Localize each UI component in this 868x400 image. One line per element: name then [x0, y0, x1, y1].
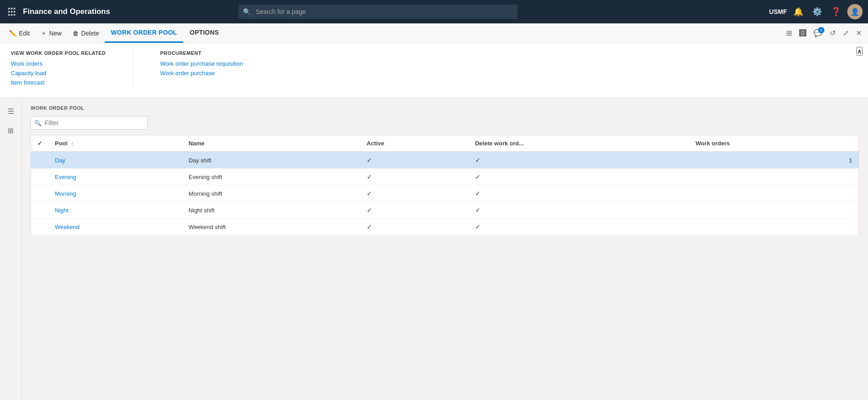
- delete-check: ✓: [475, 223, 481, 230]
- sort-asc-icon: ↑: [71, 141, 74, 146]
- edit-button[interactable]: ✏️ Edit: [4, 23, 35, 43]
- hamburger-icon[interactable]: ☰: [4, 103, 18, 119]
- filter-sidebar-icon[interactable]: ⊞: [4, 123, 17, 139]
- tab-options[interactable]: OPTIONS: [183, 23, 225, 43]
- office-button[interactable]: 🅾: [796, 27, 809, 40]
- search-bar: 🔍: [238, 4, 517, 19]
- dropdown-section2-title: PROCUREMENT: [160, 50, 243, 56]
- collapse-panel-button[interactable]: ∧: [856, 47, 863, 56]
- row-work-orders: [689, 169, 859, 185]
- pool-link: Evening: [55, 174, 76, 180]
- table-row[interactable]: Evening Evening shift ✓ ✓: [31, 169, 859, 185]
- delete-icon: 🗑: [72, 30, 79, 37]
- row-name: Day shift: [182, 152, 360, 169]
- row-checkbox[interactable]: [31, 202, 49, 219]
- col-active[interactable]: Active: [360, 135, 469, 152]
- dropdown-link-item-forecast[interactable]: Item forecast: [11, 79, 106, 86]
- row-checkbox[interactable]: [31, 169, 49, 185]
- section-label: WORK ORDER POOL: [31, 105, 859, 111]
- nav-right: USMF 🔔 ⚙️ ❓ 👤: [769, 4, 863, 19]
- active-check: ✓: [367, 207, 372, 214]
- main-content: ☰ ⊞ WORK ORDER POOL 🔍 ✓ Pool ↑: [0, 98, 868, 400]
- col-pool[interactable]: Pool ↑: [49, 135, 182, 152]
- dropdown-section-2: PROCUREMENT Work order purchase requisit…: [160, 50, 243, 89]
- settings-button[interactable]: ⚙️: [810, 4, 825, 19]
- col-checkbox: ✓: [31, 135, 49, 152]
- open-new-window-button[interactable]: ⤢: [840, 26, 851, 40]
- filter-search-icon: 🔍: [34, 120, 41, 126]
- collapse-btn-wrap: ∧: [856, 47, 863, 56]
- row-active: ✓: [360, 169, 469, 185]
- notification-button[interactable]: 🔔: [791, 4, 806, 19]
- app-title: Finance and Operations: [23, 7, 110, 16]
- messages-button[interactable]: 💬 0: [811, 26, 825, 40]
- delete-button[interactable]: 🗑 Delete: [67, 23, 104, 43]
- help-button[interactable]: ❓: [828, 4, 844, 19]
- table-row[interactable]: Weekend Weekend shift ✓ ✓: [31, 219, 859, 235]
- delete-check: ✓: [475, 157, 481, 164]
- dropdown-panel: VIEW WORK ORDER POOL RELATED Work orders…: [0, 43, 868, 98]
- row-checkbox[interactable]: [31, 185, 49, 202]
- row-work-orders: [689, 202, 859, 219]
- col-work-orders[interactable]: Work orders: [689, 135, 859, 152]
- message-badge: 0: [818, 27, 824, 33]
- pool-link: Day: [55, 157, 65, 164]
- row-work-orders: 1: [689, 152, 859, 169]
- new-button[interactable]: ＋ New: [35, 23, 67, 43]
- dropdown-link-work-orders[interactable]: Work orders: [11, 60, 106, 67]
- table-row[interactable]: Day Day shift ✓ ✓ 1: [31, 152, 859, 169]
- row-checkbox[interactable]: [31, 152, 49, 169]
- dropdown-link-purchase-requisition[interactable]: Work order purchase requisition: [160, 60, 243, 67]
- row-active: ✓: [360, 152, 469, 169]
- row-pool[interactable]: Night: [49, 202, 182, 219]
- company-selector[interactable]: USMF: [769, 8, 787, 15]
- active-check: ✓: [367, 190, 372, 197]
- pool-link: Weekend: [55, 224, 80, 230]
- delete-check: ✓: [475, 207, 481, 214]
- delete-check: ✓: [475, 173, 481, 180]
- search-input[interactable]: [238, 4, 517, 19]
- dropdown-link-capacity-load[interactable]: Capacity load: [11, 70, 106, 76]
- col-name[interactable]: Name: [182, 135, 360, 152]
- pool-link: Morning: [55, 190, 76, 197]
- dropdown-link-purchase[interactable]: Work order purchase: [160, 70, 243, 76]
- tab-work-order-pool[interactable]: WORK ORDER POOL: [105, 23, 184, 43]
- row-delete-work-ord: ✓: [469, 219, 689, 235]
- sidebar-left: ☰ ⊞: [0, 98, 22, 400]
- table-row[interactable]: Night Night shift ✓ ✓: [31, 202, 859, 219]
- row-pool[interactable]: Weekend: [49, 219, 182, 235]
- search-icon: 🔍: [243, 8, 251, 15]
- row-pool[interactable]: Morning: [49, 185, 182, 202]
- filter-input[interactable]: [31, 116, 148, 130]
- row-name: Evening shift: [182, 169, 360, 185]
- row-delete-work-ord: ✓: [469, 152, 689, 169]
- refresh-button[interactable]: ↺: [827, 26, 838, 40]
- filter-bar: 🔍: [31, 116, 859, 130]
- pool-link: Night: [55, 207, 68, 214]
- app-grid-icon[interactable]: [5, 5, 18, 18]
- select-all-check[interactable]: ✓: [37, 140, 42, 147]
- new-icon: ＋: [40, 29, 47, 37]
- close-button[interactable]: ✕: [853, 26, 864, 40]
- active-check: ✓: [367, 223, 372, 230]
- row-work-orders: [689, 219, 859, 235]
- delete-check: ✓: [475, 190, 481, 197]
- row-work-orders: [689, 185, 859, 202]
- row-pool[interactable]: Day: [49, 152, 182, 169]
- content-area: WORK ORDER POOL 🔍 ✓ Pool ↑ Name Acti: [22, 98, 868, 400]
- row-name: Weekend shift: [182, 219, 360, 235]
- row-delete-work-ord: ✓: [469, 185, 689, 202]
- table-row[interactable]: Morning Morning shift ✓ ✓: [31, 185, 859, 202]
- avatar[interactable]: 👤: [847, 4, 863, 19]
- row-name: Night shift: [182, 202, 360, 219]
- row-name: Morning shift: [182, 185, 360, 202]
- edit-icon: ✏️: [9, 30, 17, 37]
- personalize-button[interactable]: ⊞: [783, 26, 795, 40]
- row-checkbox[interactable]: [31, 219, 49, 235]
- row-active: ✓: [360, 185, 469, 202]
- row-pool[interactable]: Evening: [49, 169, 182, 185]
- row-active: ✓: [360, 219, 469, 235]
- col-delete-work-ord[interactable]: Delete work ord...: [469, 135, 689, 152]
- active-check: ✓: [367, 173, 372, 180]
- top-navigation: Finance and Operations 🔍 USMF 🔔 ⚙️ ❓ 👤: [0, 0, 868, 23]
